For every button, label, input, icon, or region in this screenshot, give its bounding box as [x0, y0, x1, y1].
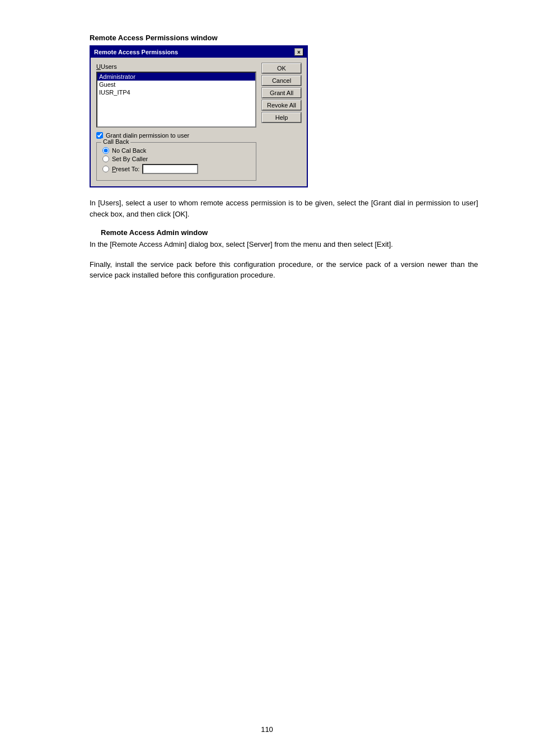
preset-to-input[interactable]: [142, 164, 198, 174]
list-item[interactable]: Administrator: [97, 73, 255, 81]
no-cal-back-label: No Cal Back: [112, 147, 146, 154]
help-button[interactable]: Help: [262, 112, 301, 123]
page-number: 110: [261, 725, 273, 734]
users-label: UUsers: [96, 63, 256, 70]
remote-access-admin-section: Remote Access Admin window In the [Remot…: [90, 228, 478, 250]
paragraph-2: In the [Remote Access Admin] dialog box,…: [90, 239, 478, 250]
list-item[interactable]: IUSR_ITP4: [97, 88, 255, 96]
list-item[interactable]: Guest: [97, 81, 255, 88]
dialog-left-panel: UUsers Administrator Guest IUSR_ITP4 Gra…: [96, 63, 256, 181]
set-by-caller-radio[interactable]: [102, 156, 109, 162]
dialog-close-button[interactable]: ×: [294, 48, 303, 56]
preset-to-radio[interactable]: [102, 166, 109, 172]
paragraph-3: Finally, install the service pack before…: [90, 259, 478, 281]
no-cal-back-radio[interactable]: [102, 147, 109, 154]
set-by-caller-label: Set By Caller: [112, 156, 148, 162]
dialog-section-title: Remote Access Permissions window: [90, 34, 478, 42]
ok-button[interactable]: OK: [262, 63, 301, 73]
dialog-title-label: Remote Access Permissions: [94, 49, 178, 55]
paragraph-1: In [Users], select a user to whom remote…: [90, 198, 478, 219]
cancel-button[interactable]: Cancel: [262, 76, 301, 86]
revoke-all-button[interactable]: Revoke All: [262, 100, 301, 110]
no-cal-back-row: No Cal Back: [102, 147, 250, 154]
grant-all-button[interactable]: Grant All: [262, 88, 301, 98]
dialog-body: UUsers Administrator Guest IUSR_ITP4 Gra…: [91, 58, 307, 186]
call-back-group: Call Back No Cal Back Set By Caller Pres…: [96, 142, 256, 181]
preset-to-label: Preset To:: [112, 166, 139, 172]
preset-to-row: Preset To:: [102, 164, 250, 174]
remote-access-permissions-dialog: Remote Access Permissions × UUsers Admin…: [90, 45, 308, 187]
set-by-caller-row: Set By Caller: [102, 156, 250, 162]
dialog-titlebar: Remote Access Permissions ×: [91, 46, 307, 58]
remote-access-admin-title: Remote Access Admin window: [90, 228, 478, 237]
call-back-legend: Call Back: [101, 138, 130, 145]
users-listbox[interactable]: Administrator Guest IUSR_ITP4: [96, 72, 256, 128]
dialog-right-panel: OK Cancel Grant All Revoke All Help: [262, 63, 301, 181]
